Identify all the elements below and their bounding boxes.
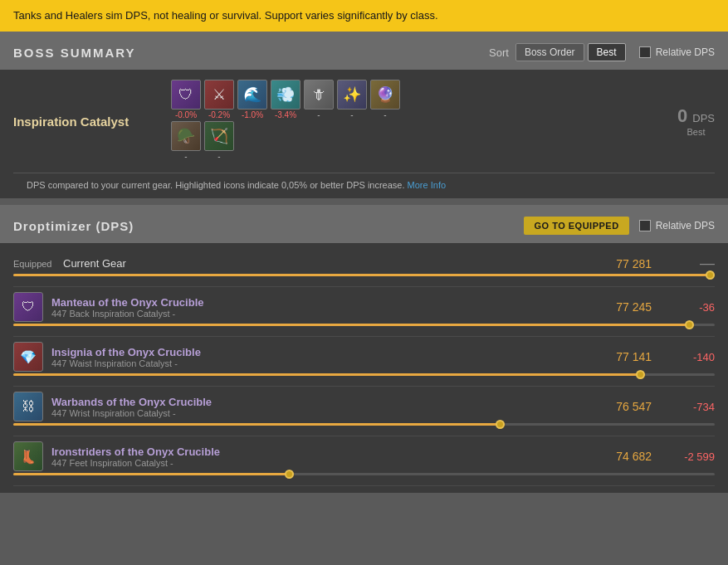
boss-summary-relative-dps-group: Relative DPS bbox=[639, 46, 715, 58]
compare-note-text: DPS compared to your current gear. Highl… bbox=[27, 180, 405, 190]
item-bar-row-3 bbox=[13, 471, 715, 480]
item-row-wrapper-0: 🛡 Manteau of the Onyx Crucible 447 Back … bbox=[13, 287, 715, 337]
item-diff-1: -140 bbox=[665, 351, 715, 363]
boss-icon-item-8[interactable]: 🏹 - bbox=[204, 121, 234, 161]
item-row-2[interactable]: ⛓ Warbands of the Onyx Crucible 447 Wris… bbox=[13, 392, 715, 421]
item-icon-2: ⛓ bbox=[13, 392, 43, 421]
boss-summary-relative-dps-label: Relative DPS bbox=[656, 46, 715, 58]
droptimizer-header: Droptimizer (DPS) GO TO EQUIPPED Relativ… bbox=[0, 205, 728, 243]
dps-compare-note: DPS compared to your current gear. Highl… bbox=[13, 173, 715, 198]
item-name-3: Ironstriders of the Onyx Crucible bbox=[51, 446, 220, 458]
boss-icon-item-6[interactable]: 🔮 - bbox=[370, 80, 400, 119]
boss-icon-slot7: 🔮 bbox=[370, 80, 400, 110]
boss-dps-sub: Best bbox=[677, 127, 715, 137]
boss-icon-pct-0: -0.0% bbox=[175, 110, 197, 119]
item-diff-2: -734 bbox=[665, 401, 715, 413]
droptimizer-relative-dps-label: Relative DPS bbox=[656, 220, 715, 231]
item-row-wrapper-2: ⛓ Warbands of the Onyx Crucible 447 Wris… bbox=[13, 387, 715, 436]
item-bar-row-1 bbox=[13, 372, 715, 381]
boss-icons: 🛡 -0.0% ⚔ -0.2% 🌊 -1.0% 💨 -3.4% 🗡 bbox=[171, 80, 400, 163]
item-diff-3: -2 599 bbox=[665, 451, 715, 463]
equipped-label: Equipped bbox=[13, 259, 63, 269]
item-bar-knob-3 bbox=[285, 470, 294, 479]
boss-icon-slot5: 🗡 bbox=[304, 80, 334, 110]
item-dps-2: 76 547 bbox=[585, 400, 652, 413]
item-info-0: Manteau of the Onyx Crucible 447 Back In… bbox=[51, 296, 203, 319]
item-bar-knob-0 bbox=[685, 320, 694, 329]
boss-summary-title: BOSS SUMMARY bbox=[13, 46, 136, 60]
item-row-3[interactable]: 👢 Ironstriders of the Onyx Crucible 447 … bbox=[13, 441, 715, 471]
current-gear-dps: 77 281 bbox=[585, 257, 652, 270]
boss-icon-slot2: ⚔ bbox=[204, 80, 234, 110]
boss-dps-value: 0 bbox=[677, 105, 687, 127]
boss-icon-slot3: 🌊 bbox=[237, 80, 267, 110]
item-bar-1 bbox=[13, 373, 715, 376]
droptimizer-title: Droptimizer (DPS) bbox=[13, 219, 134, 233]
boss-icon-item-7[interactable]: 🪖 - bbox=[171, 121, 201, 161]
item-bar-fill-1 bbox=[13, 373, 645, 376]
item-row-wrapper-1: 💎 Insignia of the Onyx Crucible 447 Wais… bbox=[13, 337, 715, 387]
boss-name: Inspiration Catalyst bbox=[13, 114, 146, 129]
item-bar-knob-2 bbox=[496, 420, 505, 429]
boss-icon-slot1: 🛡 bbox=[171, 80, 201, 110]
item-icon-1: 💎 bbox=[13, 342, 43, 372]
boss-dps: 0 DPS Best bbox=[677, 105, 715, 137]
item-name-1: Insignia of the Onyx Crucible bbox=[51, 346, 201, 358]
item-icon-3: 👢 bbox=[13, 441, 43, 471]
item-row-1[interactable]: 💎 Insignia of the Onyx Crucible 447 Wais… bbox=[13, 342, 715, 372]
item-right-3: 74 682 -2 599 bbox=[585, 450, 715, 463]
item-icon-0: 🛡 bbox=[13, 292, 43, 322]
droptimizer-table: Equipped Current Gear 77 281 — 🛡 Manteau… bbox=[0, 243, 728, 493]
best-button[interactable]: Best bbox=[588, 43, 626, 61]
item-info-2: Warbands of the Onyx Crucible 447 Wrist … bbox=[51, 396, 212, 418]
item-name-2: Warbands of the Onyx Crucible bbox=[51, 396, 212, 408]
boss-summary-header: BOSS SUMMARY Sort Boss Order Best Relati… bbox=[0, 32, 728, 70]
item-right-0: 77 245 -36 bbox=[585, 300, 715, 314]
item-row-0[interactable]: 🛡 Manteau of the Onyx Crucible 447 Back … bbox=[13, 292, 715, 322]
boss-icon-item-4[interactable]: 🗡 - bbox=[304, 80, 334, 119]
item-info-1: Insignia of the Onyx Crucible 447 Waist … bbox=[51, 346, 201, 368]
boss-icon-item-1[interactable]: ⚔ -0.2% bbox=[204, 80, 234, 119]
current-gear-bar-row bbox=[13, 272, 715, 281]
boss-dps-unit: DPS bbox=[692, 112, 715, 124]
boss-icon-item-0[interactable]: 🛡 -0.0% bbox=[171, 80, 201, 119]
item-name-0: Manteau of the Onyx Crucible bbox=[51, 296, 203, 309]
item-bar-3 bbox=[13, 473, 715, 475]
boss-icon-pct-8: - bbox=[217, 152, 220, 161]
boss-summary-relative-dps-checkbox[interactable] bbox=[639, 46, 651, 58]
current-gear-bar-knob bbox=[706, 270, 715, 280]
boss-icon-item-3[interactable]: 💨 -3.4% bbox=[271, 80, 300, 119]
item-diff-0: -36 bbox=[665, 301, 715, 314]
more-info-link[interactable]: More Info bbox=[408, 180, 446, 190]
boss-icon-slot9: 🏹 bbox=[204, 121, 234, 151]
boss-icons-row-2: 🪖 - 🏹 - bbox=[171, 121, 400, 161]
boss-icons-row-1: 🛡 -0.0% ⚔ -0.2% 🌊 -1.0% 💨 -3.4% 🗡 bbox=[171, 80, 400, 119]
item-dps-3: 74 682 bbox=[585, 450, 652, 463]
droptimizer-relative-dps-group: Relative DPS bbox=[639, 220, 715, 231]
boss-icon-slot8: 🪖 bbox=[171, 121, 201, 151]
droptimizer-relative-dps-checkbox[interactable] bbox=[639, 220, 651, 231]
item-bar-fill-0 bbox=[13, 324, 694, 326]
item-bar-knob-1 bbox=[636, 370, 645, 379]
item-sub-2: 447 Wrist Inspiration Catalyst - bbox=[51, 408, 212, 418]
boss-icon-slot4: 💨 bbox=[271, 80, 300, 110]
item-dps-1: 77 141 bbox=[585, 350, 652, 363]
boss-icon-pct-1: -0.2% bbox=[208, 110, 230, 119]
item-bar-row-2 bbox=[13, 421, 715, 431]
boss-card: Inspiration Catalyst 🛡 -0.0% ⚔ -0.2% 🌊 -… bbox=[13, 70, 715, 173]
boss-icon-pct-2: -1.0% bbox=[242, 110, 263, 119]
item-right-1: 77 141 -140 bbox=[585, 350, 715, 363]
boss-icon-item-5[interactable]: ✨ - bbox=[337, 80, 367, 119]
boss-icon-item-2[interactable]: 🌊 -1.0% bbox=[237, 80, 267, 119]
boss-order-button[interactable]: Boss Order bbox=[515, 43, 584, 61]
current-gear-label: Current Gear bbox=[63, 257, 229, 270]
boss-icon-slot6: ✨ bbox=[337, 80, 367, 110]
item-bar-row-0 bbox=[13, 322, 715, 331]
go-to-equipped-button[interactable]: GO TO EQUIPPED bbox=[524, 217, 628, 235]
item-sub-3: 447 Feet Inspiration Catalyst - bbox=[51, 458, 220, 468]
boss-icon-pct-3: -3.4% bbox=[275, 110, 296, 119]
item-sub-1: 447 Waist Inspiration Catalyst - bbox=[51, 358, 201, 368]
current-gear-bar bbox=[13, 274, 715, 276]
item-bar-2 bbox=[13, 423, 715, 426]
sort-label: Sort bbox=[489, 46, 509, 59]
